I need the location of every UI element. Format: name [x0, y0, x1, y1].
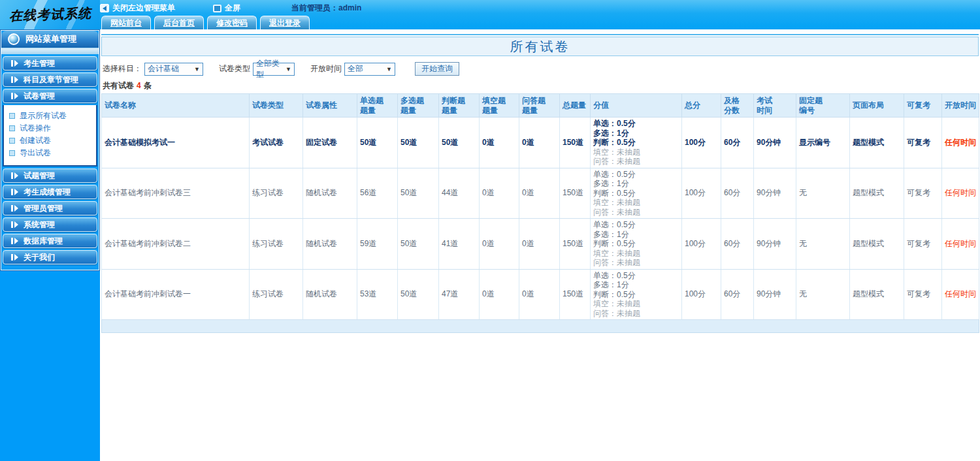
cell-exam-time: 90分钟 [754, 269, 796, 320]
menu-orb-icon [8, 33, 20, 45]
menu-arrow-icon [11, 221, 18, 228]
submenu-item-icon [9, 113, 15, 119]
chevron-down-icon: ▼ [286, 66, 291, 72]
table-row: 会计基础模拟考试一 考试试卷 固定试卷 50道 50道 50道 0道 0道 15… [102, 118, 979, 168]
topbar: 关闭左边管理菜单 全屏 当前管理员：admin 网站前台 后台首页 修改密码 退… [0, 0, 980, 29]
content-divider [101, 34, 979, 35]
cell-qa: 0道 [519, 219, 560, 270]
col-header-exam-time: 考试 时间 [754, 94, 796, 118]
col-header-retake: 可复考 [904, 94, 942, 118]
cell-paper-name: 会计基础考前冲刺试卷一 [102, 269, 250, 320]
cell-blank: 0道 [480, 269, 519, 320]
sidebar-item-question-mgmt[interactable]: 试题管理 [3, 168, 97, 183]
sidebar-item-label: 考生成绩管理 [24, 187, 71, 198]
sidebar-item-label: 科目及章节管理 [24, 74, 78, 86]
subject-select[interactable]: 会计基础 ▼ [144, 63, 203, 76]
cell-total-score: 100分 [682, 118, 721, 168]
cell-fixed-no: 无 [796, 269, 850, 320]
cell-judge: 47道 [439, 269, 480, 320]
sidebar-item-about-us[interactable]: 关于我们 [3, 250, 97, 264]
cell-pass-score: 60分 [721, 168, 754, 219]
cell-scores: 单选：0.5分 多选：1分 判断：0.5分 填空：未抽题 问答：未抽题 [591, 168, 682, 219]
collapse-left-menu-button[interactable]: 关闭左边管理菜单 [100, 3, 175, 14]
submenu-item-label: 创建试卷 [20, 135, 51, 146]
start-query-button[interactable]: 开始查询 [415, 62, 459, 76]
table-row: 会计基础考前冲刺试卷三 练习试卷 随机试卷 56道 50道 44道 0道 0道 … [102, 168, 979, 219]
cell-layout: 题型模式 [850, 118, 904, 168]
submenu-item-show-all-papers[interactable]: 显示所有试卷 [9, 110, 96, 122]
cell-total-score: 100分 [682, 269, 721, 320]
sidebar-menu-title: 网站菜单管理 [25, 33, 76, 45]
tab-change-password[interactable]: 修改密码 [207, 16, 257, 29]
score-line: 判断：0.5分 [593, 189, 680, 199]
col-header-open-time: 开放时间 [942, 94, 979, 118]
menu-arrow-icon [11, 76, 18, 83]
sidebar-item-subject-chapter-mgmt[interactable]: 科目及章节管理 [3, 72, 97, 87]
col-header-multi: 多选题 题量 [398, 94, 439, 118]
sidebar-item-label: 数据库管理 [24, 236, 63, 247]
submenu-item-export-paper[interactable]: 导出试卷 [9, 147, 96, 159]
cell-multi: 50道 [398, 269, 439, 320]
tab-logout[interactable]: 退出登录 [260, 16, 310, 29]
paper-mgmt-submenu: 显示所有试卷 试卷操作 创建试卷 导出试卷 [3, 105, 97, 167]
cell-open-time: 任何时间 [942, 269, 979, 320]
cell-exam-time: 90分钟 [754, 168, 796, 219]
cell-total: 150道 [560, 269, 591, 320]
tab-site-front[interactable]: 网站前台 [101, 16, 151, 29]
score-line: 单选：0.5分 [593, 220, 680, 230]
menu-arrow-icon [11, 205, 18, 212]
app-logo: 在线考试系统 [0, 0, 100, 29]
cell-multi: 50道 [398, 168, 439, 219]
cell-judge: 44道 [439, 168, 480, 219]
submenu-item-paper-operations[interactable]: 试卷操作 [9, 122, 96, 135]
current-admin-label: 当前管理员：admin [291, 3, 361, 14]
sidebar-item-examinee-mgmt[interactable]: 考生管理 [3, 56, 97, 71]
col-header-total: 总题量 [560, 94, 591, 118]
table-row: 会计基础考前冲刺试卷二 练习试卷 随机试卷 59道 50道 41道 0道 0道 … [102, 219, 979, 270]
score-line: 填空：未抽题 [593, 299, 680, 309]
cell-paper-name: 会计基础模拟考试一 [102, 118, 250, 168]
paper-type-select[interactable]: 全部类型 ▼ [253, 63, 295, 76]
tab-admin-home[interactable]: 后台首页 [154, 16, 204, 29]
sidebar-menu: 网站菜单管理 考生管理 科目及章节管理 试卷管理 显示所有试卷 试卷操作 [1, 30, 99, 270]
cell-single: 53道 [357, 269, 398, 320]
fullscreen-icon [213, 5, 221, 12]
open-time-select-value: 全部 [348, 63, 363, 74]
sidebar-item-score-mgmt[interactable]: 考生成绩管理 [3, 185, 97, 199]
score-line: 多选：1分 [593, 129, 680, 138]
sidebar-item-label: 试卷管理 [24, 91, 55, 102]
fullscreen-button[interactable]: 全屏 [213, 3, 240, 14]
submenu-item-icon [9, 138, 15, 144]
score-line: 问答：未抽题 [593, 157, 680, 167]
cell-multi: 50道 [398, 118, 439, 168]
cell-paper-attr: 随机试卷 [303, 269, 357, 320]
menu-arrow-icon [11, 93, 18, 99]
score-line: 单选：0.5分 [593, 170, 680, 180]
cell-paper-name: 会计基础考前冲刺试卷三 [102, 168, 250, 219]
cell-multi: 50道 [398, 219, 439, 270]
sidebar-item-label: 关于我们 [24, 252, 55, 263]
type-filter-label: 试卷类型 [219, 63, 250, 74]
cell-blank: 0道 [480, 118, 519, 168]
sidebar-item-database-mgmt[interactable]: 数据库管理 [3, 234, 97, 248]
score-line: 问答：未抽题 [593, 208, 680, 217]
sidebar-item-label: 系统管理 [24, 219, 55, 230]
cell-pass-score: 60分 [721, 269, 754, 320]
menu-arrow-icon [11, 238, 18, 244]
cell-scores: 单选：0.5分 多选：1分 判断：0.5分 填空：未抽题 问答：未抽题 [591, 269, 682, 320]
time-filter-label: 开放时间 [310, 63, 342, 74]
score-line: 多选：1分 [593, 280, 680, 290]
sidebar-item-admin-mgmt[interactable]: 管理员管理 [3, 201, 97, 215]
sidebar-menu-header: 网站菜单管理 [1, 31, 99, 48]
cell-retake: 可复考 [904, 168, 942, 219]
cell-layout: 题型模式 [850, 269, 904, 320]
cell-total: 150道 [560, 219, 591, 270]
menu-arrow-icon [11, 60, 18, 67]
cell-pass-score: 60分 [721, 219, 754, 270]
open-time-select[interactable]: 全部 ▼ [344, 63, 395, 76]
cell-paper-attr: 固定试卷 [303, 118, 357, 168]
score-line: 问答：未抽题 [593, 258, 680, 268]
sidebar-item-system-mgmt[interactable]: 系统管理 [3, 217, 97, 232]
submenu-item-create-paper[interactable]: 创建试卷 [9, 135, 96, 147]
sidebar-item-paper-mgmt[interactable]: 试卷管理 [3, 89, 97, 103]
